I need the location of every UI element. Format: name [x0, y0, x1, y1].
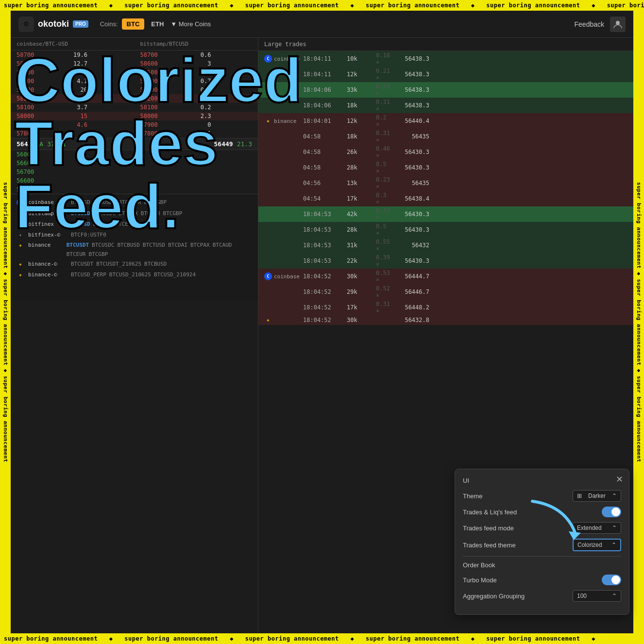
- bitfinex-c-icon: ✦: [17, 231, 24, 238]
- ask-row: 58100 3.7 58100 0.2: [11, 103, 258, 112]
- trade-row: ◈ 18:04:52 30k 56432.8: [258, 315, 633, 325]
- settings-theme-row: Theme ⊞ Darker ⌃: [463, 490, 621, 502]
- settings-close-button[interactable]: ✕: [616, 474, 623, 485]
- trade-row: ◈ binance 18:04:01 12k 0.2 × 56440.4: [258, 113, 633, 129]
- mid-price-row: 56438 A 375.1 56449 21.3: [11, 138, 258, 150]
- trade-row: 04:56 13k 0.23 × 56435: [258, 175, 633, 191]
- trade-row: 18:04:53 28k 0.5 × 56430.3: [258, 222, 633, 237]
- ob-right-header: bitstamp/BTCUSD: [135, 41, 253, 47]
- trade-row: 18:04:53 42k 0.73 × 56430.3: [258, 206, 633, 222]
- settings-aggregation-label: Aggregation Grouping: [463, 593, 525, 600]
- trades-header: Large trades: [258, 38, 633, 51]
- settings-trades-feed-mode-row: Trades feed mode Extended ⌃: [463, 522, 621, 534]
- pro-badge: PRO: [73, 20, 88, 28]
- settings-aggregation-select[interactable]: 100 ⌃: [573, 590, 621, 602]
- trades-feed-theme-value: Colorized: [577, 542, 602, 548]
- settings-aggregation-row: Aggregation Grouping 100 ⌃: [463, 590, 621, 602]
- svg-point-0: [616, 21, 620, 25]
- coinbase-icon: C: [17, 199, 24, 206]
- ask-row: 58200 16 58200 0.5: [11, 94, 258, 103]
- binance-icon: ◈: [17, 241, 24, 249]
- ask-row: 58700 19.6 58700 0.6: [11, 51, 258, 59]
- bid-row: 56600: [11, 159, 258, 168]
- trade-exchange-icon: ◈: [264, 316, 272, 324]
- exchange-row-bitfinex: ✦ bitfinex BTCUSD BTCUST BTCEUR BTCGBP: [17, 219, 252, 229]
- trade-row: 18:04:06 33k 0.59 × 56438.3: [258, 82, 633, 98]
- logo-area: ☺ okotoki PRO: [18, 17, 88, 32]
- trade-row: 04:58 18k 0.31 × 56435: [258, 129, 633, 144]
- trades-feed-mode-value: Extended: [577, 525, 602, 531]
- bid-row: 56600: [11, 176, 258, 185]
- settings-trades-feed-theme-select[interactable]: Colorized ⌃: [573, 539, 621, 551]
- settings-panel: ✕ UI Theme ⊞ Darker ⌃ Trades & Liq's fee…: [455, 469, 629, 615]
- trade-row: C coinbase 18:04:11 10k 0.18 × 56438.3: [258, 51, 633, 67]
- theme-chevron-icon: ⌃: [612, 492, 617, 499]
- ask-row: 58600 12.7 58600 3: [11, 59, 258, 68]
- trade-row: 18:04:52 29k 0.52 × 56446.7: [258, 284, 633, 300]
- announcement-banner-right: super boring announcement ◆ super boring…: [633, 11, 644, 633]
- aggregation-value: 100: [577, 593, 587, 599]
- settings-section-order-book: Order Book: [463, 561, 621, 569]
- announcement-text-top: super boring announcement ◆ super boring…: [0, 2, 644, 9]
- ask-row: 58500 20.3 58500 6.3: [11, 68, 258, 77]
- bids-section: 56000 56600 56700 56600: [11, 150, 258, 194]
- settings-turbo-mode-label: Turbo Mode: [463, 576, 497, 584]
- toggle-knob: [611, 508, 620, 516]
- logo-icon: ☺: [18, 17, 34, 32]
- announcement-banner-top: super boring announcement ◆ super boring…: [0, 0, 644, 11]
- asks-section: 58700 19.6 58700 0.6 58600 12.7 58600: [11, 51, 258, 138]
- announcement-text-bottom: super boring announcement ◆ super boring…: [0, 635, 599, 642]
- trades-liq-toggle[interactable]: [602, 507, 621, 517]
- more-coins-button[interactable]: ▼ More Coins: [170, 20, 211, 28]
- binance-c1-icon: ◈: [17, 260, 24, 268]
- bid-row: 56000: [11, 150, 258, 159]
- ask-row: 58000 15 58000 2.3: [11, 112, 258, 120]
- bid-row: 56500: [11, 185, 258, 194]
- aggregation-chevron-icon: ⌃: [612, 593, 617, 599]
- settings-theme-select[interactable]: ⊞ Darker ⌃: [573, 490, 621, 502]
- trade-row: 18:04:53 31k 0.55 × 56432: [258, 237, 633, 253]
- binance-c2-icon: ◈: [17, 271, 24, 279]
- exchange-row-bitfinex-c: ✦ bitfinex-© BTCF0:USTF0: [17, 229, 252, 240]
- coins-label: Coins:: [100, 20, 118, 28]
- trade-row: 18:04:11 12k 0.21 × 56438.3: [258, 67, 633, 82]
- ask-row: 58300 20 58300 0.2: [11, 85, 258, 94]
- trade-row: 04:58 26k 0.46 × 56430.3: [258, 144, 633, 160]
- eth-coin-button[interactable]: ETH: [146, 18, 169, 30]
- trades-feed-mode-chevron-icon: ⌃: [612, 525, 617, 531]
- side-text-left: super boring announcement ◆ super boring…: [2, 182, 9, 462]
- btc-coin-button[interactable]: BTC: [122, 18, 145, 30]
- trade-row: 04:54 17k 0.3 × 56438.4: [258, 191, 633, 206]
- ask-row: 57900 4.6 57900 0: [11, 120, 258, 129]
- ob-left-header: coinbase/BTC-USD: [17, 41, 135, 47]
- trade-exchange-icon: ◈: [264, 117, 272, 125]
- exchange-row-binance-c2: ◈ binance-© BTCUSD_PERP BTCUSD_210625 BT…: [17, 270, 252, 280]
- order-book-header: coinbase/BTC-USD bitstamp/BTCUSD: [11, 38, 258, 51]
- bid-row: 56700: [11, 168, 258, 176]
- side-text-right: super boring announcement ◆ super boring…: [636, 182, 642, 462]
- settings-divider: [463, 556, 621, 557]
- theme-icon: ⊞: [577, 492, 582, 499]
- user-icon: [613, 20, 622, 29]
- settings-trades-feed-theme-row: Trades feed theme Colorized ⌃: [463, 539, 621, 551]
- logo-text: okotoki: [38, 19, 69, 29]
- settings-trades-feed-mode-label: Trades feed mode: [463, 525, 514, 532]
- settings-trades-liq-row: Trades & Liq's feed: [463, 507, 621, 517]
- trades-feed-theme-chevron-icon: ⌃: [611, 542, 616, 548]
- settings-trades-feed-mode-select[interactable]: Extended ⌃: [573, 522, 621, 534]
- ask-row: 58400 4.1 58400 0.7: [11, 77, 258, 85]
- theme-value: Darker: [588, 492, 606, 499]
- feedback-button[interactable]: Feedback: [575, 20, 604, 28]
- user-avatar[interactable]: [610, 17, 626, 32]
- settings-turbo-mode-row: Turbo Mode: [463, 575, 621, 585]
- settings-theme-label: Theme: [463, 492, 482, 500]
- exchange-row-bitstamp: B bitstamp BTCUSD BTCUSDC BTCPAX BTCEUR …: [17, 208, 252, 219]
- exchange-row-binance-c1: ◈ binance-© BTCUSDT BTCUSDT_210625 BTCBU…: [17, 259, 252, 270]
- ask-row: 57800 57800 5.1: [11, 129, 258, 138]
- bitstamp-icon: B: [17, 209, 24, 217]
- trade-exchange-icon: C: [264, 272, 272, 280]
- toggle-knob-turbo: [611, 576, 620, 584]
- navbar: ☺ okotoki PRO Coins: BTC ETH ▼ More Coin…: [11, 11, 633, 38]
- turbo-mode-toggle[interactable]: [602, 575, 621, 585]
- trade-row: 18:04:06 18k 0.31 × 56438.3: [258, 98, 633, 113]
